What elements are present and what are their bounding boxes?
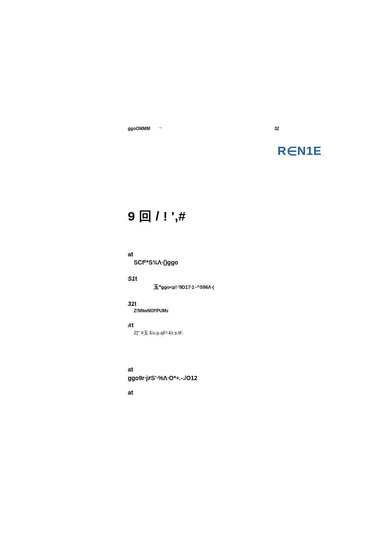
arrow-icon: →: [158, 125, 163, 130]
logo-part-r: R: [277, 144, 286, 157]
section-2-label-prefix: S1: [128, 275, 135, 282]
logo-part-rest: N1E: [297, 144, 322, 157]
document-page: ggoOMMM → 32 R∈N1E 9 回 / ! ',# at SCI⁰*S…: [128, 126, 315, 398]
section-3: 31t Z!NNwNOf!PUMs: [128, 300, 315, 313]
section-2-mid: ggo: [161, 285, 170, 290]
section-4-content: Z[" #玉 Eo.p.qF!-Er.s.tF.: [134, 330, 315, 336]
section-4-label-prefix: A: [128, 323, 132, 328]
section-1-label: at: [128, 251, 315, 258]
document-title: 9 回 / ! ',#: [128, 208, 315, 225]
section-6-label: at: [128, 389, 315, 396]
brand-logo: R∈N1E: [277, 144, 322, 158]
header-left-text: ggoOMMM: [128, 126, 150, 131]
section-1-content: SCI⁰*S⅜Λ·()ggo: [134, 259, 315, 266]
section-2-content: 玉*ggo<p!·'9D17·1··^S96Λ·(: [153, 283, 315, 291]
section-3-label-prefix: 31: [128, 300, 135, 307]
section-4: At Z[" #玉 Eo.p.qF!-Er.s.tF.: [128, 322, 315, 336]
page-number: 32: [274, 126, 315, 131]
section-3-content: Z!NNwNOf!PUMs: [134, 308, 315, 313]
section-2-suffix: <p!·'9D17·1··^S96Λ·(: [170, 285, 214, 290]
section-4-label-suffix: t: [132, 322, 134, 328]
section-5-content: ggo9r·j≠S'·%Λ·O*÷.-./O12: [128, 375, 315, 381]
section-5: at ggo9r·j≠S'·%Λ·O*÷.-./O12: [128, 366, 315, 381]
section-3-label-suffix: t: [135, 300, 137, 307]
element-of-icon: ∈: [287, 145, 297, 158]
section-6: at: [128, 389, 315, 396]
section-2-label-suffix: t: [135, 275, 137, 282]
section-5-label: at: [128, 366, 315, 373]
section-2-label: S1t: [128, 275, 315, 282]
header-row: ggoOMMM → 32: [128, 126, 315, 131]
section-2-prefix: 玉*: [153, 284, 161, 290]
section-1: at SCI⁰*S⅜Λ·()ggo: [128, 251, 315, 266]
section-3-label: 31t: [128, 300, 315, 307]
spacer: [128, 336, 315, 366]
section-4-label: At: [128, 322, 315, 328]
section-2: S1t 玉*ggo<p!·'9D17·1··^S96Λ·(: [128, 275, 315, 291]
